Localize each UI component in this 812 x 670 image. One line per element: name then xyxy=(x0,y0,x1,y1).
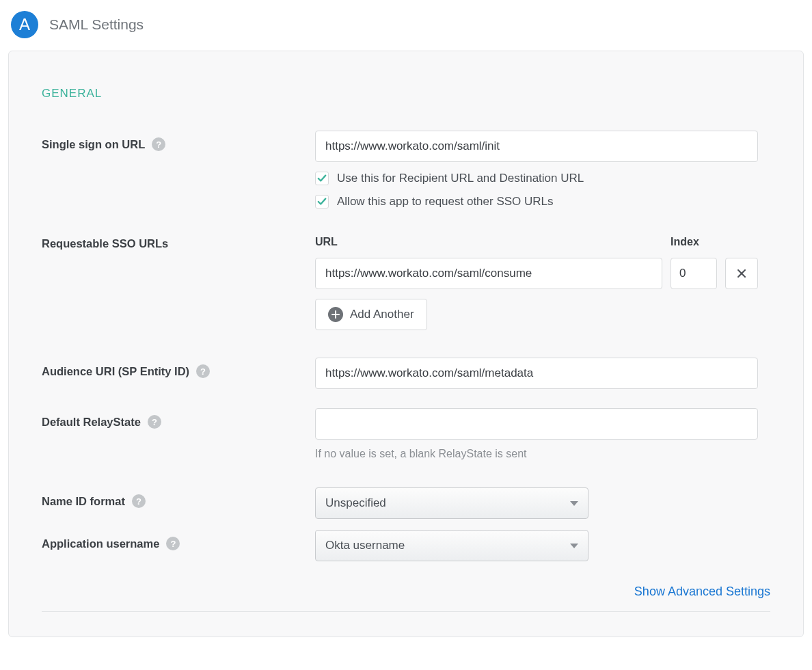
ctrl-relay-state: If no value is set, a blank RelayState i… xyxy=(315,408,770,460)
ctrl-app-username: Okta username xyxy=(315,530,770,561)
help-icon[interactable]: ? xyxy=(132,494,146,508)
app-username-value: Okta username xyxy=(325,539,405,552)
chevron-down-icon xyxy=(570,501,578,506)
settings-panel: GENERAL Single sign on URL ? Use this fo… xyxy=(8,51,804,637)
show-advanced-link[interactable]: Show Advanced Settings xyxy=(634,585,770,599)
ctrl-name-id-format: Unspecified xyxy=(315,487,770,519)
advanced-link-row: Show Advanced Settings xyxy=(42,585,770,599)
col-header-url: URL xyxy=(315,236,662,248)
label-relay-state: Default RelayState ? xyxy=(42,408,315,429)
name-id-format-value: Unspecified xyxy=(325,496,386,510)
close-icon xyxy=(737,269,746,278)
col-header-index: Index xyxy=(671,236,717,248)
remove-row-button[interactable] xyxy=(725,258,758,289)
recipient-checkbox-label: Use this for Recipient URL and Destinati… xyxy=(337,172,584,185)
help-icon[interactable]: ? xyxy=(196,364,210,378)
cb-row-recipient: Use this for Recipient URL and Destinati… xyxy=(315,172,770,185)
label-audience-uri-text: Audience URI (SP Entity ID) xyxy=(42,365,189,378)
recipient-checkbox[interactable] xyxy=(315,172,329,185)
help-icon[interactable]: ? xyxy=(152,137,165,151)
ctrl-sso-url: Use this for Recipient URL and Destinati… xyxy=(315,131,770,209)
requestable-url-input[interactable] xyxy=(315,258,662,289)
row-sso-url: Single sign on URL ? Use this for Recipi… xyxy=(42,131,770,209)
label-name-id-text: Name ID format xyxy=(42,495,125,508)
row-audience-uri: Audience URI (SP Entity ID) ? xyxy=(42,358,770,389)
label-requestable: Requestable SSO URLs xyxy=(42,236,315,250)
label-name-id-format: Name ID format ? xyxy=(42,487,315,508)
label-sso-url-text: Single sign on URL xyxy=(42,138,145,151)
section-separator xyxy=(42,611,770,612)
ctrl-requestable: URL Index Add Another xyxy=(315,236,770,330)
add-another-label: Add Another xyxy=(350,308,414,321)
page-title: SAML Settings xyxy=(49,16,144,33)
app-username-select[interactable]: Okta username xyxy=(315,530,588,561)
label-app-username: Application username ? xyxy=(42,530,315,550)
requestable-row xyxy=(315,258,758,289)
app-badge-letter: A xyxy=(19,15,30,34)
allow-other-checkbox-label: Allow this app to request other SSO URLs xyxy=(337,195,554,209)
relay-state-hint: If no value is set, a blank RelayState i… xyxy=(315,448,770,460)
page-header: A SAML Settings xyxy=(8,11,804,51)
ctrl-audience-uri xyxy=(315,358,770,389)
label-audience-uri: Audience URI (SP Entity ID) ? xyxy=(42,358,315,378)
row-app-username: Application username ? Okta username xyxy=(42,530,770,561)
label-sso-url: Single sign on URL ? xyxy=(42,131,315,151)
chevron-down-icon xyxy=(570,544,578,548)
sso-url-input[interactable] xyxy=(315,131,758,162)
relay-state-input[interactable] xyxy=(315,408,758,440)
add-another-button[interactable]: Add Another xyxy=(315,299,427,330)
help-icon[interactable]: ? xyxy=(166,537,180,550)
label-requestable-text: Requestable SSO URLs xyxy=(42,237,168,250)
row-requestable: Requestable SSO URLs URL Index xyxy=(42,236,770,330)
requestable-head: URL Index xyxy=(315,236,758,248)
label-relay-state-text: Default RelayState xyxy=(42,416,141,429)
help-icon[interactable]: ? xyxy=(148,415,161,429)
row-relay-state: Default RelayState ? If no value is set,… xyxy=(42,408,770,460)
app-badge: A xyxy=(11,11,38,38)
cb-row-allow-other: Allow this app to request other SSO URLs xyxy=(315,195,770,209)
requestable-index-input[interactable] xyxy=(671,258,717,289)
row-name-id-format: Name ID format ? Unspecified xyxy=(42,487,770,519)
allow-other-checkbox[interactable] xyxy=(315,195,329,209)
plus-circle-icon xyxy=(328,307,343,322)
label-app-username-text: Application username xyxy=(42,537,159,550)
audience-uri-input[interactable] xyxy=(315,358,758,389)
general-section-title: GENERAL xyxy=(42,87,770,100)
name-id-format-select[interactable]: Unspecified xyxy=(315,487,588,519)
